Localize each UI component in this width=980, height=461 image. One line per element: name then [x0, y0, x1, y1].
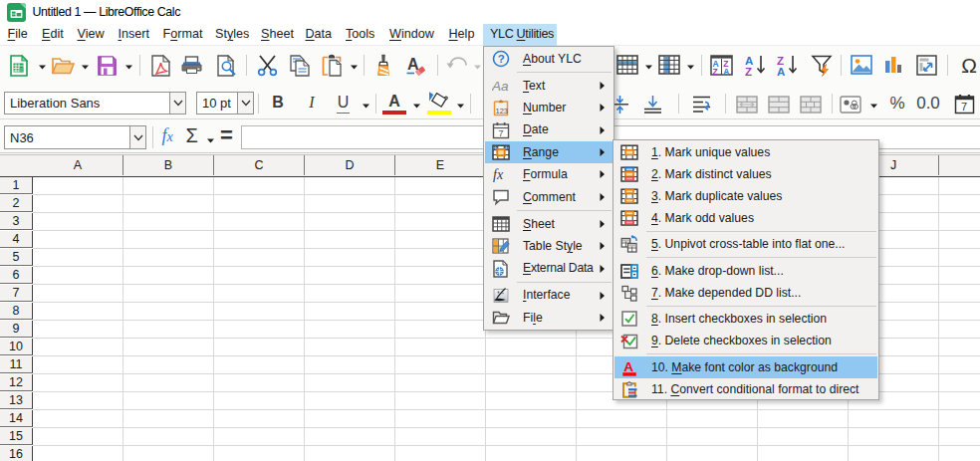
- svg-text:Aa: Aa: [492, 79, 509, 94]
- svg-text:Z: Z: [713, 67, 718, 77]
- svg-text:A: A: [777, 66, 785, 76]
- svg-text:Z: Z: [745, 66, 752, 76]
- svg-text:A: A: [723, 67, 729, 77]
- svg-text:fx: fx: [493, 167, 504, 182]
- svg-text:123: 123: [495, 107, 508, 115]
- svg-text:A: A: [623, 359, 633, 374]
- svg-text:7: 7: [498, 127, 503, 137]
- svg-text:?: ?: [497, 53, 504, 65]
- svg-text:7: 7: [961, 101, 967, 113]
